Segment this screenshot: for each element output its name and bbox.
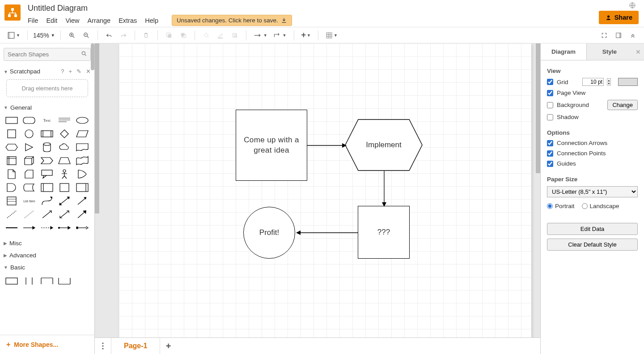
page-tab-1[interactable]: Page-1	[111, 338, 160, 354]
shape-rectangle[interactable]	[4, 115, 19, 125]
canvas-scroll-right[interactable]	[536, 43, 540, 173]
canvas[interactable]: Come up with a great idea Implement ??? …	[95, 43, 540, 354]
shape-dashed-line[interactable]	[4, 209, 19, 219]
shape-line-open[interactable]	[40, 209, 54, 219]
line-color-button[interactable]	[215, 30, 226, 41]
fill-color-button[interactable]	[200, 30, 212, 41]
menu-edit[interactable]: Edit	[46, 17, 57, 24]
shape-list[interactable]	[4, 196, 19, 206]
node-profit[interactable]: Profit!	[243, 207, 295, 259]
node-question[interactable]: ???	[358, 206, 410, 259]
shape-step[interactable]	[40, 156, 54, 166]
tab-style[interactable]: Style	[587, 43, 632, 60]
shape-document[interactable]	[75, 142, 89, 152]
scratchpad-add-icon[interactable]: +	[68, 68, 72, 75]
shape-cloud[interactable]	[57, 142, 72, 152]
shape-diamond[interactable]	[57, 129, 72, 139]
shape-circle[interactable]	[22, 129, 36, 139]
grid-step-down[interactable]: ▼	[607, 82, 610, 85]
shape-note[interactable]	[4, 169, 19, 179]
category-basic[interactable]: ▼Basic	[0, 261, 94, 273]
shape-internal-storage[interactable]	[4, 156, 19, 166]
shadow-button[interactable]	[229, 30, 241, 41]
edit-data-button[interactable]: Edit Data	[547, 223, 638, 235]
app-logo[interactable]	[4, 4, 21, 21]
zoom-in-button[interactable]	[66, 30, 78, 41]
shape-textbox[interactable]	[57, 115, 72, 125]
more-shapes-button[interactable]: +More Shapes...	[0, 335, 94, 354]
scratchpad-close-icon[interactable]: ✕	[86, 68, 91, 75]
category-misc[interactable]: ▶Misc	[0, 237, 94, 249]
shape-list2[interactable]: List Item	[22, 196, 36, 206]
pages-menu-button[interactable]	[95, 338, 111, 354]
category-advanced[interactable]: ▶Advanced	[0, 249, 94, 261]
shape-harrow-dash[interactable]	[40, 223, 54, 233]
change-bg-button[interactable]: Change	[607, 100, 638, 110]
insert-button[interactable]: +▼	[300, 30, 313, 41]
basic-shape-4[interactable]	[57, 276, 72, 286]
basic-shape-1[interactable]	[4, 276, 19, 286]
zoom-out-button[interactable]	[80, 30, 92, 41]
clear-style-button[interactable]: Clear Default Style	[547, 239, 638, 251]
to-back-button[interactable]	[178, 30, 189, 41]
shape-actor[interactable]	[57, 169, 72, 179]
share-button[interactable]: Share	[599, 11, 639, 24]
edge-implement-question[interactable]	[381, 171, 387, 208]
shape-parallelogram[interactable]	[75, 129, 89, 139]
basic-shape-3[interactable]	[40, 276, 54, 286]
scratchpad-help-icon[interactable]: ?	[61, 68, 64, 75]
add-page-button[interactable]: +	[160, 338, 176, 354]
scratchpad-header[interactable]: ▼ Scratchpad ? + ✎ ✕	[0, 65, 94, 77]
language-icon[interactable]	[629, 2, 636, 11]
shape-connector2[interactable]	[75, 223, 89, 233]
shape-arrow[interactable]	[75, 196, 89, 206]
grid-checkbox[interactable]: Grid	[547, 79, 568, 85]
undo-button[interactable]	[103, 30, 115, 41]
scratchpad-edit-icon[interactable]: ✎	[76, 68, 81, 75]
grid-size-input[interactable]	[582, 78, 604, 86]
guides-checkbox[interactable]: Guides	[547, 160, 638, 167]
scratchpad-dropzone[interactable]: Drag elements here	[6, 79, 88, 97]
basic-shape-2[interactable]	[22, 276, 36, 286]
edge-idea-implement[interactable]	[307, 142, 347, 149]
shape-container[interactable]	[57, 183, 72, 192]
shape-data-storage[interactable]	[22, 183, 36, 192]
tab-diagram[interactable]: Diagram	[541, 43, 587, 60]
orientation-portrait[interactable]: Portrait	[547, 203, 575, 209]
shape-curve[interactable]	[40, 196, 54, 206]
shape-curly-left[interactable]	[40, 183, 54, 192]
view-mode-button[interactable]: ▼	[5, 30, 22, 41]
conn-points-checkbox[interactable]: Connection Points	[547, 150, 638, 157]
collapse-button[interactable]	[627, 30, 639, 41]
conn-arrows-checkbox[interactable]: Connection Arrows	[547, 140, 638, 146]
format-panel-button[interactable]	[613, 30, 624, 41]
shadow-checkbox[interactable]: Shadow	[547, 114, 638, 120]
shape-thick-arrow[interactable]	[75, 209, 89, 219]
pageview-checkbox[interactable]: Page View	[547, 90, 638, 96]
menu-file[interactable]: File	[28, 17, 38, 24]
node-implement[interactable]: Implement	[345, 119, 423, 171]
shape-square[interactable]	[4, 129, 19, 139]
search-shapes-input[interactable]	[4, 48, 91, 61]
paper-size-select[interactable]: US-Letter (8,5" x 11")	[547, 186, 638, 197]
paper[interactable]: Come up with a great idea Implement ??? …	[119, 43, 531, 354]
shape-trapezoid[interactable]	[57, 156, 72, 166]
shape-card[interactable]	[22, 169, 36, 179]
shape-hexagon[interactable]	[4, 142, 19, 152]
fullscreen-button[interactable]	[598, 30, 610, 41]
category-general[interactable]: ▼General	[0, 102, 94, 114]
shape-process[interactable]	[40, 129, 54, 139]
shape-text[interactable]: Text	[40, 115, 54, 125]
shape-rounded-rect[interactable]	[22, 115, 36, 125]
shape-hline[interactable]	[4, 223, 19, 233]
menu-view[interactable]: View	[65, 17, 79, 24]
edge-question-profit[interactable]	[295, 230, 359, 236]
menu-help[interactable]: Help	[145, 17, 158, 24]
shape-cylinder[interactable]	[40, 142, 54, 152]
menu-arrange[interactable]: Arrange	[88, 17, 111, 24]
shape-cube[interactable]	[22, 156, 36, 166]
grid-step-up[interactable]: ▲	[607, 79, 610, 82]
grid-color-swatch[interactable]	[618, 78, 638, 86]
table-button[interactable]: ▼	[324, 30, 339, 41]
menu-extras[interactable]: Extras	[119, 17, 137, 24]
